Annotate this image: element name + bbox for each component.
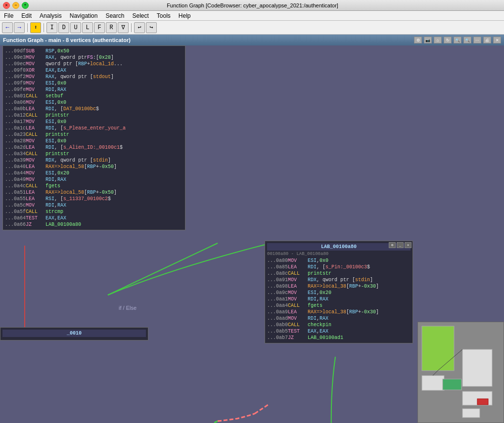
code-line: ...0ab0CALL checkpin	[267, 322, 411, 328]
window-title: Function Graph [CodeBrowser: cyber_apoca…	[29, 2, 476, 8]
code-line: ...09e3 MOV RAX, qword ptr FS:[0x28]	[5, 54, 183, 61]
menu-tools[interactable]: Tools	[153, 11, 175, 20]
f-button[interactable]: F	[94, 22, 105, 33]
code-line: ...0a55 LEA RSI, [s_11337_00100c2$	[5, 196, 183, 202]
code-line: ...0a2d LEA RDI, [s_Alien_ID:_00100c1$	[5, 144, 183, 151]
graph-panel[interactable]: Function Graph - main - 8 vertices (auth…	[0, 35, 504, 423]
toolbar: ← → ⬆ I D U L F R ∇ ↩ ↪	[0, 21, 504, 35]
configure-icon[interactable]: ⚙	[414, 37, 422, 43]
code-line: ...0a39 MOV RDX, qword ptr [stdin]	[5, 157, 183, 164]
graph-area[interactable]: ...09df SUB RSP,0x50 ...09e3 MOV RAX, qw…	[0, 45, 504, 423]
code-line: ...0a98LEA RAX=>local_38[RBP + -0x30]	[267, 283, 411, 290]
code-line: ...0a01 CALL setbuf	[5, 93, 183, 99]
code-line: ...0a0b LEA RDI, [DAT_00100bc$	[5, 106, 183, 112]
toolbar-separator-1	[27, 23, 28, 32]
code-line: ...0a5f CALL strcmp	[5, 209, 183, 215]
graph-panel-title: Function Graph - main - 8 vertices (auth…	[3, 37, 131, 43]
code-line: ...0a23 CALL printstr	[5, 131, 183, 138]
u-button[interactable]: U	[70, 22, 81, 33]
main-container: Function Graph - main - 8 vertices (auth…	[0, 35, 504, 423]
block-main[interactable]: ...09df SUB RSP,0x50 ...09e3 MOV RAX, qw…	[2, 45, 185, 230]
code-line: ...0a12 CALL printstr	[5, 112, 183, 119]
code-line: ...0a51 LEA RAX=>local_58[RBP + -0x50]	[5, 189, 183, 196]
block-lab80-title: 00100a80 - LAB_00100a80	[267, 252, 411, 256]
menu-navigation[interactable]: Navigation	[66, 11, 102, 20]
code-line: ...0a85LEA RDI, [s_Pin:_00100c3$	[267, 264, 411, 270]
code-line: ...09df SUB RSP,0x50	[5, 48, 183, 54]
i-button[interactable]: I	[46, 22, 57, 33]
menu-bar: File Edit Analysis Navigation Search Sel…	[0, 11, 504, 21]
code-line: ...0a06 MOV ESI, 0x0	[5, 99, 183, 106]
code-line: ...0a40 LEA RAX=>local_58[RBP + -0x50]	[5, 164, 183, 170]
svg-rect-4	[462, 349, 492, 386]
if-else-label: if / Else	[119, 305, 137, 311]
block-left-header: _0010	[2, 330, 146, 337]
svg-rect-3	[422, 326, 454, 371]
r-button[interactable]: R	[106, 22, 117, 33]
code-line: ...0aadMOV RDI, RAX	[267, 315, 411, 322]
code-line: ...0aa1MOV RDI, RAX	[267, 296, 411, 302]
title-bar: ✕ − + Function Graph [CodeBrowser: cyber…	[0, 0, 504, 11]
zoom-out-icon[interactable]: 🔍	[463, 37, 471, 43]
code-line: ...0a80MOV ESI, 0x0	[267, 257, 411, 264]
d-button[interactable]: D	[58, 22, 69, 33]
code-line: ...0ab5TEST EAX, EAX	[267, 328, 411, 335]
menu-select[interactable]: Select	[128, 11, 152, 20]
l-button[interactable]: L	[82, 22, 93, 33]
block-lab80-controls: ⚙ _ ✕	[389, 242, 412, 248]
snapshot-icon[interactable]: 📷	[424, 37, 432, 43]
svg-line-0	[108, 243, 218, 295]
graph-panel-header: Function Graph - main - 8 vertices (auth…	[0, 35, 504, 45]
code-line: ...0a44 MOV ESI, 0x20	[5, 170, 183, 176]
refresh-icon[interactable]: ↻	[444, 37, 452, 43]
back-button[interactable]: ←	[2, 22, 13, 33]
panel-close-icon[interactable]: ✕	[493, 37, 501, 43]
code-line: ...0a64 TEST EAX, EAX	[5, 215, 183, 221]
undo-button[interactable]: ↩	[134, 22, 145, 33]
redo-button[interactable]: ↪	[146, 22, 157, 33]
code-line: ...09fe MOV RDI, RAX	[5, 86, 183, 93]
block-lab80[interactable]: LAB_00100a80 ⚙ _ ✕ 00100a80 - LAB_00100a…	[265, 241, 413, 343]
menu-help[interactable]: Help	[175, 11, 195, 20]
nav-button[interactable]: ∇	[118, 22, 129, 33]
code-line: ...0a17 MOV ESI, 0x0	[5, 119, 183, 125]
svg-rect-7	[443, 379, 461, 390]
panel-header-controls: ⚙ 📷 ⌂ ↻ 🔍 🔍 ⋯ 🖨 ✕	[414, 37, 501, 43]
code-line: ...0a34 CALL printstr	[5, 151, 183, 157]
code-line: ...09f2 MOV RAX, qword ptr [stdout]	[5, 74, 183, 80]
code-line: ...0a91MOV RDX, qword ptr [stdin]	[267, 277, 411, 283]
print-icon[interactable]: 🖨	[483, 37, 491, 43]
zoom-in-icon[interactable]: 🔍	[454, 37, 461, 43]
up-button[interactable]: ⬆	[30, 22, 41, 33]
minimap-svg	[418, 322, 504, 423]
maximize-button[interactable]: +	[22, 2, 29, 9]
menu-file[interactable]: File	[0, 11, 17, 20]
minimap	[417, 322, 504, 423]
home-icon[interactable]: ⌂	[434, 37, 442, 43]
code-line: ...0a5c MOV RDI, RAX	[5, 202, 183, 209]
close-button[interactable]: ✕	[3, 2, 10, 9]
code-line: ...0a8cCALL printstr	[267, 270, 411, 277]
options-icon[interactable]: ⋯	[473, 37, 481, 43]
code-line: ...09ec MOV qword ptr [RBP + local_1d...	[5, 61, 183, 67]
minimize-block-icon[interactable]: _	[397, 242, 404, 248]
code-line: ...0ab7JZ LAB_00100ad1	[267, 335, 411, 341]
code-line: ...09f9 MOV ESI, 0x0	[5, 80, 183, 86]
block-left[interactable]: _0010	[0, 327, 148, 340]
svg-rect-8	[462, 409, 480, 418]
menu-edit[interactable]: Edit	[17, 11, 36, 20]
menu-search[interactable]: Search	[101, 11, 128, 20]
forward-button[interactable]: →	[14, 22, 25, 33]
close-block-icon[interactable]: ✕	[405, 242, 412, 248]
toolbar-separator-2	[44, 23, 44, 32]
code-line: ...0a49 MOV RDI, RAX	[5, 176, 183, 183]
menu-analysis[interactable]: Analysis	[36, 11, 66, 20]
minimize-button[interactable]: −	[12, 2, 19, 9]
code-line: ...0a66 JZ LAB_00100a80	[5, 221, 183, 228]
code-line: ...0aa4CALL fgets	[267, 302, 411, 309]
svg-rect-9	[477, 399, 488, 405]
configure-block-icon[interactable]: ⚙	[389, 242, 396, 248]
code-line: ...0a1c LEA RDI, [s_Please_enter_your_a	[5, 125, 183, 131]
code-line: ...0a4c CALL fgets	[5, 183, 183, 189]
svg-rect-5	[422, 376, 444, 390]
